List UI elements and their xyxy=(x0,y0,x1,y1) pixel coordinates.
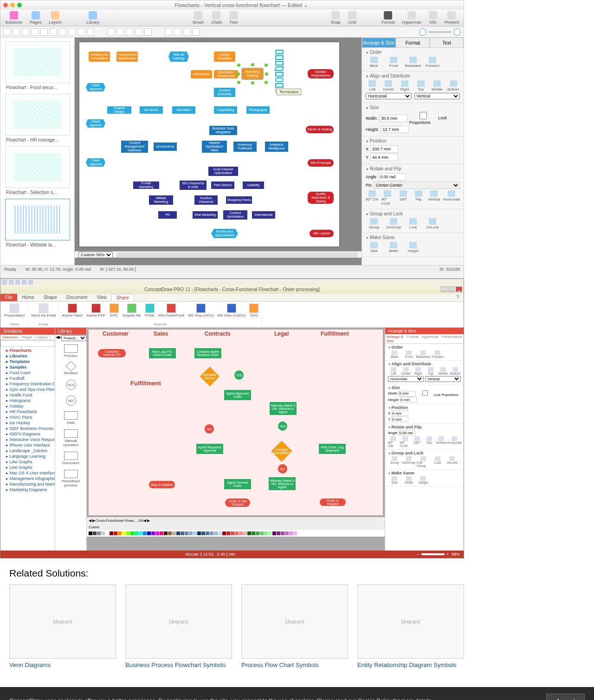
page-tabs[interactable]: ◀ ▶ Cross-Functional Flowc... 2/6 ◀ ▶ xyxy=(87,517,385,524)
color-swatch[interactable] xyxy=(272,531,276,535)
color-swatch[interactable] xyxy=(197,531,201,535)
flowchart-node[interactable]: Review and Approvement xyxy=(211,229,238,238)
qat-undo-icon[interactable] xyxy=(15,280,20,285)
color-swatch[interactable] xyxy=(281,531,284,535)
rect-tool[interactable] xyxy=(22,28,29,36)
forward-button[interactable]: Forward xyxy=(424,57,441,68)
related-link[interactable]: Process Flow Chart Symbols xyxy=(241,661,348,668)
flip[interactable]: Flip xyxy=(424,436,434,447)
tree-item[interactable]: ▸ Management Infographics xyxy=(2,476,53,481)
section-rotate[interactable]: Rotate and Flip xyxy=(388,425,461,429)
library-shape[interactable]: NO xyxy=(55,393,86,408)
hscrollbar[interactable] xyxy=(116,253,358,257)
related-item[interactable]: [diagram]Entity Relationship Diagram Sym… xyxy=(357,584,464,668)
ms-visio-vsdx-button[interactable]: MS Visio (VSDX) xyxy=(216,303,246,322)
flowchart-node[interactable]: Information Architecture xyxy=(214,70,238,78)
color-swatch[interactable] xyxy=(222,531,226,535)
flowchart-node[interactable]: Usability xyxy=(243,181,264,189)
tree-item[interactable]: ▸ HR Flowcharts xyxy=(2,409,53,415)
same-width-button[interactable]: Width xyxy=(385,242,402,253)
align-left-button[interactable]: Left xyxy=(366,80,379,91)
backward-button[interactable]: Backward xyxy=(417,350,430,358)
related-link[interactable]: Venn Diagrams xyxy=(9,661,116,668)
shape-tab[interactable]: Shape xyxy=(39,294,62,301)
flowchart-node[interactable]: eCommerce xyxy=(154,143,177,151)
flip-h-button[interactable]: Horizontal xyxy=(443,190,460,206)
terminator-node[interactable]: Customer Submits PO xyxy=(98,349,126,357)
smart-button[interactable]: Smart xyxy=(191,11,206,25)
solutions-search[interactable] xyxy=(0,340,55,347)
color-swatch[interactable] xyxy=(239,531,243,535)
tree-item[interactable]: ▸ IDEF0 Diagrams xyxy=(2,431,53,437)
brush-tool[interactable] xyxy=(193,28,200,36)
group-button[interactable]: Group xyxy=(388,456,401,467)
arc-tool[interactable] xyxy=(50,28,57,36)
rotate-tool[interactable] xyxy=(116,28,124,36)
minimize-icon[interactable] xyxy=(10,3,15,7)
tree-item[interactable]: ▸ Libraries xyxy=(2,353,53,359)
grid-button[interactable]: Grid xyxy=(346,11,358,25)
related-item[interactable]: [diagram]Venn Diagrams xyxy=(9,584,116,668)
library-shape[interactable]: Decision xyxy=(55,360,86,377)
color-swatch[interactable] xyxy=(181,531,184,535)
color-swatch[interactable] xyxy=(110,531,113,535)
unlock-button[interactable]: UnLock xyxy=(446,456,458,467)
related-link[interactable]: Entity Relationship Diagram Symbols xyxy=(357,661,464,668)
section-size[interactable]: Size xyxy=(366,105,460,110)
y-input[interactable] xyxy=(370,154,398,161)
layers-tab[interactable]: Layers xyxy=(35,335,50,340)
file-tab[interactable]: File xyxy=(0,294,17,301)
close-icon[interactable] xyxy=(3,3,8,7)
pages-button[interactable]: Pages xyxy=(28,11,44,25)
flowchart-node[interactable]: Site Launch xyxy=(310,230,334,237)
library-shape[interactable]: Data xyxy=(55,408,86,427)
page-thumb[interactable] xyxy=(5,41,70,83)
tree-item[interactable]: ▸ Histograms xyxy=(2,398,53,403)
flowchart-node[interactable]: Copywriting xyxy=(214,106,237,114)
width-input[interactable] xyxy=(380,115,407,122)
editgroup-button[interactable]: Edit Group xyxy=(417,456,430,467)
process-node[interactable]: Attorney Marks It NO, Returns to Agent xyxy=(269,477,296,490)
align-bottom-button[interactable]: Bottom xyxy=(450,367,461,375)
tab-format[interactable]: Format xyxy=(396,38,430,48)
ungroup-button[interactable]: UnGroup xyxy=(385,218,402,229)
decision-node[interactable]: Changes Acceptable? xyxy=(271,441,292,461)
pen-tool[interactable] xyxy=(68,28,76,36)
flowchart-node[interactable]: Wireframes xyxy=(191,70,212,78)
present-button[interactable]: Present xyxy=(443,11,461,25)
tree-item[interactable]: ▸ Health Food xyxy=(2,392,53,398)
align-middle-button[interactable]: Middle xyxy=(430,80,444,91)
maximize-icon[interactable] xyxy=(17,3,22,7)
angle-input[interactable] xyxy=(399,430,415,435)
same-height[interactable]: Height xyxy=(417,476,430,484)
process-node[interactable]: Contacts Agent Reviews Order xyxy=(194,348,221,358)
solutions-tab[interactable]: Solutions xyxy=(0,335,20,340)
tree-item[interactable]: ▸ Food Court xyxy=(2,370,53,376)
color-swatch[interactable] xyxy=(218,531,222,535)
tree-item[interactable]: ▸ Marketing Diagrams xyxy=(2,487,53,493)
width-input[interactable] xyxy=(399,391,415,396)
tab-text[interactable]: Text xyxy=(430,38,464,48)
tree-item[interactable]: ▸ Holiday xyxy=(2,403,53,409)
flowchart-node[interactable]: Intranet Syndication/ Wikis xyxy=(202,141,227,153)
process-node[interactable]: Agent Cancels Order xyxy=(224,479,251,489)
align-top-button[interactable]: Top xyxy=(425,367,436,375)
angle-input[interactable] xyxy=(378,173,406,181)
tree-item[interactable]: ▸ Football xyxy=(2,376,53,381)
palette-shape[interactable] xyxy=(275,83,284,88)
snap-button[interactable]: Snap xyxy=(329,11,342,25)
flowchart-node[interactable]: Inventory/ Fulfilment xyxy=(233,142,257,152)
flowchart-node[interactable]: Graphic Design xyxy=(107,106,131,114)
flowchart-node[interactable]: Paid Search xyxy=(211,181,234,189)
color-swatch[interactable] xyxy=(277,531,280,535)
zoom-out-icon[interactable] xyxy=(419,28,426,36)
lock-button[interactable]: Lock xyxy=(431,456,444,467)
qat-print-icon[interactable] xyxy=(28,280,33,285)
hypernote-button[interactable]: Hypernote xyxy=(400,11,423,25)
rot-90ccw-button[interactable]: 90º CCW xyxy=(381,190,394,206)
qat-redo-icon[interactable] xyxy=(22,280,26,285)
tree-button[interactable]: Tree xyxy=(227,11,239,25)
section-makesame[interactable]: Make Same xyxy=(366,235,460,240)
decision-node[interactable]: Standard Terms? xyxy=(200,367,220,386)
flowchart-node[interactable]: Auction/ Clearance xyxy=(194,195,218,205)
